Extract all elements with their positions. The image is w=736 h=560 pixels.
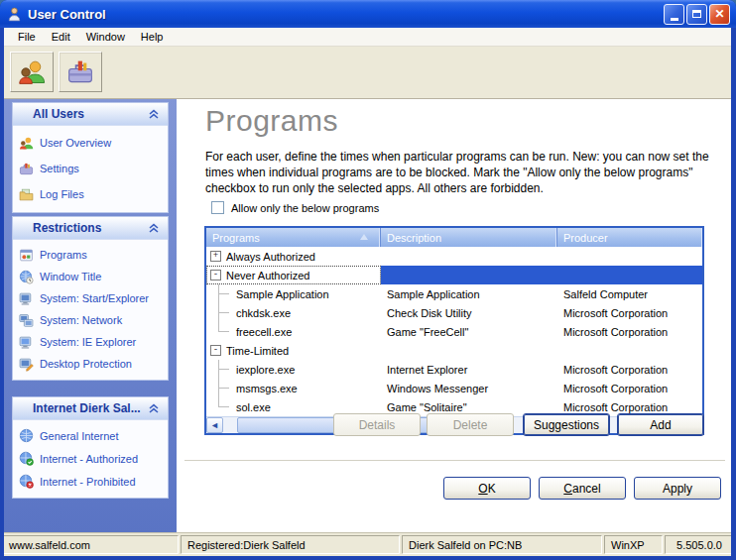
network-computers-icon <box>19 313 34 328</box>
collapse-minus-icon[interactable]: - <box>210 270 221 280</box>
status-registered: Registered:Dierk Salfeld <box>181 535 400 554</box>
tree-connector <box>218 312 229 313</box>
minimize-icon <box>671 18 678 21</box>
window-frame <box>0 28 4 556</box>
menu-edit[interactable]: Edit <box>44 29 78 45</box>
section-header-internet[interactable]: Internet Dierk Sal... <box>13 397 168 420</box>
menu-file[interactable]: File <box>10 29 44 45</box>
menu-help[interactable]: Help <box>133 29 172 45</box>
sidebar-item-internet-prohibited[interactable]: Internet - Prohibited <box>13 470 168 493</box>
toolbox-icon <box>65 58 95 86</box>
toolbar: PC Name: NB User Name: Group Dierk Salfe… <box>4 47 732 99</box>
tree-connector <box>218 388 229 389</box>
chevron-up-icon <box>148 402 160 414</box>
expand-plus-icon[interactable]: + <box>210 251 221 262</box>
sidebar-item-general-internet[interactable]: General Internet <box>13 424 168 447</box>
status-user-pc: Dierk Salfeld on PC:NB <box>402 535 602 554</box>
menu-bar: File Edit Window Help <box>4 28 732 47</box>
user-control-window: User Control ✕ File Edit Window Help PC … <box>0 0 736 560</box>
sort-asc-icon <box>360 234 368 240</box>
sidebar-item-programs[interactable]: Programs <box>13 244 168 266</box>
maximize-button[interactable] <box>686 4 707 25</box>
delete-button[interactable]: Delete <box>427 413 514 436</box>
sidebar-section-all-users: All Users User Overview Settings Log Fil… <box>12 102 169 213</box>
tree-connector <box>218 293 229 294</box>
column-header-producer[interactable]: Producer <box>557 228 702 247</box>
app-icon <box>6 6 23 23</box>
ok-button[interactable]: OK <box>443 477 531 500</box>
maximize-icon <box>692 10 701 18</box>
table-row-msmsgs[interactable]: msmsgs.exe Windows Messenger Microsoft C… <box>206 379 702 397</box>
globe-check-icon <box>19 451 34 466</box>
window-frame <box>731 28 736 556</box>
sidebar-item-system-network[interactable]: System: Network <box>13 309 168 331</box>
divider <box>184 460 725 462</box>
table-row-time-limited[interactable]: -Time-Limited <box>206 341 702 360</box>
table-row-sample-application[interactable]: Sample Application Sample Application Sa… <box>206 284 702 303</box>
sidebar-section-restrictions: Restrictions Programs Window Title Syste… <box>12 216 169 381</box>
window-title: User Control <box>28 7 664 22</box>
programs-table: Programs Description Producer +Always Au… <box>204 226 704 435</box>
chevron-up-icon <box>148 222 160 234</box>
users-icon <box>19 136 34 151</box>
apply-button[interactable]: Apply <box>634 477 721 500</box>
main-content: Programs For each user, define the times… <box>177 99 731 532</box>
table-row-freecell[interactable]: freecell.exe Game "FreeCell" Microsoft C… <box>206 322 702 341</box>
minimize-button[interactable] <box>664 4 684 25</box>
sidebar-item-internet-authorized[interactable]: Internet - Authorized <box>13 447 168 470</box>
close-button[interactable]: ✕ <box>709 4 730 25</box>
sidebar: All Users User Overview Settings Log Fil… <box>0 99 177 532</box>
window-frame <box>0 556 736 560</box>
sidebar-item-window-title[interactable]: Window Title <box>13 266 168 287</box>
suggestions-button[interactable]: Suggestions <box>523 413 610 436</box>
table-row-chkdsk[interactable]: chkdsk.exe Check Disk Utility Microsoft … <box>206 303 702 322</box>
add-button[interactable]: Add <box>617 413 704 436</box>
table-row-never-authorized[interactable]: -Never Authorized <box>206 266 702 284</box>
page-description: For each user, define the times when par… <box>205 149 721 196</box>
status-website[interactable]: www.salfeld.com <box>2 535 179 554</box>
program-window-icon <box>19 248 34 263</box>
globe-icon <box>19 428 34 443</box>
folder-icon <box>19 187 34 202</box>
globe-x-icon <box>19 474 34 489</box>
computer-icon <box>19 335 34 350</box>
users-icon <box>17 58 47 86</box>
status-bar: www.salfeld.com Registered:Dierk Salfeld… <box>0 532 736 556</box>
close-icon: ✕ <box>714 8 724 20</box>
chevron-up-icon <box>148 108 160 120</box>
cancel-button[interactable]: Cancel <box>539 477 626 500</box>
sidebar-item-system-ie-explorer[interactable]: System: IE Explorer <box>13 331 168 353</box>
settings-toolbar-button[interactable] <box>59 52 102 92</box>
tree-connector <box>218 331 229 332</box>
users-toolbar-button[interactable] <box>10 52 54 92</box>
table-row-always-authorized[interactable]: +Always Authorized <box>206 247 702 266</box>
collapse-minus-icon[interactable]: - <box>210 345 221 356</box>
allow-only-checkbox-label: Allow only the below programs <box>231 202 379 214</box>
sidebar-item-system-start-explorer[interactable]: System: Start/Explorer <box>13 287 168 309</box>
scroll-left-arrow-icon[interactable]: ◄ <box>206 417 223 433</box>
details-button[interactable]: Details <box>333 413 421 436</box>
globe-clock-icon <box>19 270 34 284</box>
computer-icon <box>19 291 34 306</box>
sidebar-item-log-files[interactable]: Log Files <box>13 181 168 207</box>
page-title: Programs <box>205 104 338 138</box>
status-version: 5.505.0.0 <box>665 535 734 554</box>
toolbox-icon <box>19 162 34 176</box>
sidebar-item-settings[interactable]: Settings <box>13 156 168 181</box>
monitor-pencil-icon <box>19 357 34 372</box>
column-header-programs[interactable]: Programs <box>206 228 381 247</box>
allow-only-checkbox[interactable] <box>211 201 224 214</box>
tree-connector <box>218 369 229 370</box>
sidebar-item-desktop-protection[interactable]: Desktop Protection <box>13 353 168 375</box>
sidebar-section-internet: Internet Dierk Sal... General Internet I… <box>12 396 169 499</box>
section-header-restrictions[interactable]: Restrictions <box>13 217 168 240</box>
column-header-description[interactable]: Description <box>381 228 557 247</box>
section-header-all-users[interactable]: All Users <box>13 103 168 126</box>
sidebar-item-user-overview[interactable]: User Overview <box>13 130 168 156</box>
table-header: Programs Description Producer <box>206 228 702 247</box>
tree-connector <box>218 406 229 407</box>
status-os: WinXP <box>604 535 663 554</box>
titlebar: User Control ✕ <box>0 0 736 28</box>
menu-window[interactable]: Window <box>78 29 133 45</box>
table-row-iexplore[interactable]: iexplore.exe Internet Explorer Microsoft… <box>206 360 702 379</box>
